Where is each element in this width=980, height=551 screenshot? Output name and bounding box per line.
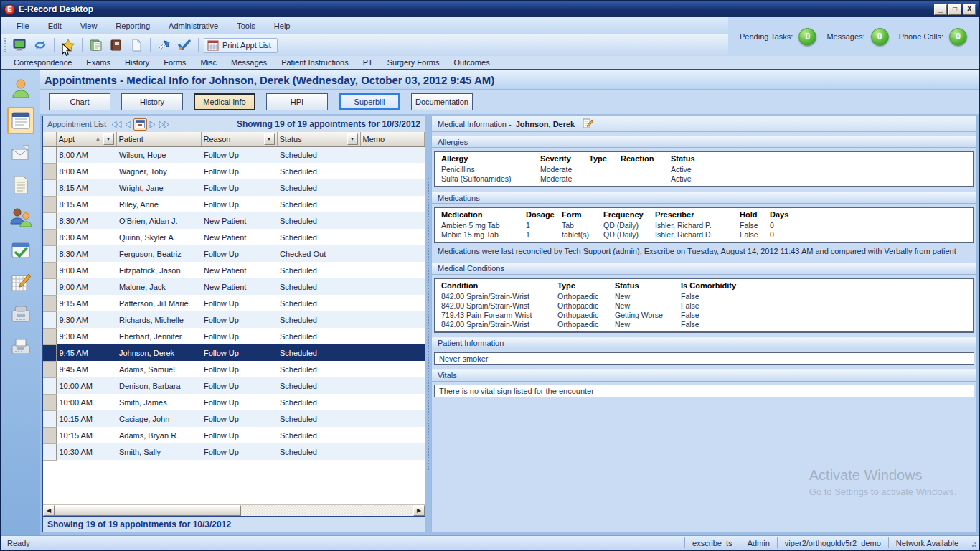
status-cell[interactable]: Scheduled <box>277 146 360 163</box>
module-tab[interactable]: Messages <box>225 57 273 68</box>
appt-time-cell[interactable]: 8:30 AM <box>56 245 116 262</box>
status-cell[interactable]: Scheduled <box>277 196 360 212</box>
menu-item[interactable]: Edit <box>40 19 70 32</box>
row-selector[interactable] <box>43 146 56 163</box>
condition-row[interactable]: 842.00 Sprain/Strain-WristOrthopaedicNew… <box>440 301 969 311</box>
condition-row[interactable]: 842.00 Sprain/Strain-WristOrthopaedicNew… <box>440 292 969 301</box>
appt-time-cell[interactable]: 9:00 AM <box>56 278 116 295</box>
patient-cell[interactable]: Riley, Anne <box>116 196 201 212</box>
row-selector[interactable] <box>43 196 56 212</box>
scroll-right-arrow[interactable]: ▶ <box>413 505 425 516</box>
reason-filter-dropdown[interactable]: ▼ <box>264 133 275 145</box>
memo-cell[interactable] <box>360 262 425 278</box>
memo-cell[interactable] <box>360 328 425 344</box>
reason-cell[interactable]: Follow Up <box>201 443 277 460</box>
status-filter-dropdown[interactable]: ▼ <box>347 133 358 145</box>
menu-item[interactable]: Administrative <box>161 19 226 32</box>
title-bar[interactable]: E E-Record Desktop _ □ X <box>1 1 979 17</box>
reason-cell[interactable]: Follow Up <box>201 344 277 361</box>
row-selector[interactable] <box>43 427 56 443</box>
reason-cell[interactable]: Follow Up <box>201 328 277 344</box>
status-cell[interactable]: Scheduled <box>277 229 360 245</box>
patient-cell[interactable]: Smith, Sally <box>116 443 201 460</box>
status-cell[interactable]: Scheduled <box>277 311 360 328</box>
appt-time-cell[interactable]: 9:45 AM <box>56 344 116 361</box>
menu-item[interactable]: Reporting <box>108 19 158 32</box>
reason-cell[interactable]: New Patient <box>201 229 277 245</box>
row-selector[interactable] <box>43 262 56 278</box>
memo-cell[interactable] <box>360 179 425 196</box>
column-header-reason[interactable]: Reason▼ <box>201 132 277 146</box>
appt-time-cell[interactable]: 8:30 AM <box>56 229 116 245</box>
appt-time-cell[interactable]: 9:30 AM <box>56 328 116 344</box>
nav-first-button[interactable] <box>110 118 122 131</box>
appointment-row[interactable]: 9:45 AM Adams, Samuel Follow Up Schedule… <box>43 361 425 377</box>
menu-item[interactable]: File <box>9 19 37 32</box>
patient-information-section-header[interactable]: Patient Information <box>432 337 976 349</box>
view-tab[interactable]: Medical Info <box>194 93 255 110</box>
row-selector[interactable] <box>43 328 56 344</box>
column-header-patient[interactable]: Patient <box>116 132 201 146</box>
status-cell[interactable]: Scheduled <box>277 361 360 377</box>
patient-cell[interactable]: Wagner, Toby <box>116 163 201 179</box>
medication-row[interactable]: Mobic 15 mg Tab1tablet(s)QD (Daily)Ishle… <box>440 230 969 240</box>
row-selector[interactable] <box>43 229 56 245</box>
condition-row[interactable]: 719.43 Pain-Forearm-WristOrthopaedicGett… <box>440 311 969 320</box>
reason-cell[interactable]: Follow Up <box>201 410 277 427</box>
copy-icon[interactable] <box>88 37 105 53</box>
scroll-thumb[interactable] <box>55 505 241 516</box>
edit-icon[interactable] <box>582 118 593 131</box>
reason-cell[interactable]: New Patient <box>201 278 277 295</box>
row-selector[interactable] <box>43 410 56 427</box>
appt-filter-dropdown[interactable]: ▼ <box>103 133 114 145</box>
status-cell[interactable]: Scheduled <box>277 394 360 410</box>
allergy-row[interactable]: Sulfa (Sulfonamides)ModerateActive <box>440 174 969 184</box>
nav-next-button[interactable] <box>149 118 156 131</box>
row-selector[interactable] <box>43 394 56 410</box>
reason-cell[interactable]: Follow Up <box>201 196 277 212</box>
memo-cell[interactable] <box>360 278 425 295</box>
appt-time-cell[interactable]: 8:15 AM <box>56 196 116 212</box>
patient-cell[interactable]: Ferguson, Beatriz <box>116 245 201 262</box>
address-book-icon[interactable] <box>108 37 125 53</box>
reason-cell[interactable]: Follow Up <box>201 163 277 179</box>
phone-icon[interactable] <box>7 301 34 328</box>
documents-icon[interactable] <box>7 171 34 199</box>
approve-icon[interactable] <box>176 37 193 53</box>
appointment-row[interactable]: 9:30 AM Eberhart, Jennifer Follow Up Sch… <box>43 328 425 344</box>
menu-item[interactable]: Help <box>266 19 298 32</box>
appt-time-cell[interactable]: 8:15 AM <box>56 179 116 196</box>
appt-time-cell[interactable]: 8:00 AM <box>56 163 116 179</box>
patient-cell[interactable]: Wilson, Hope <box>116 146 201 163</box>
appointment-row[interactable]: 8:00 AM Wilson, Hope Follow Up Scheduled <box>43 146 425 163</box>
memo-cell[interactable] <box>360 443 425 460</box>
counter-badge[interactable]: 0 <box>949 28 967 46</box>
patient-icon[interactable] <box>7 75 34 102</box>
view-tab[interactable]: HPI <box>266 93 328 110</box>
vitals-section-header[interactable]: Vitals <box>432 369 976 382</box>
reason-cell[interactable]: Follow Up <box>201 394 277 410</box>
appt-time-cell[interactable]: 9:30 AM <box>56 311 116 328</box>
view-tab[interactable]: Superbill <box>339 93 400 110</box>
close-button[interactable]: X <box>963 4 976 15</box>
medication-row[interactable]: Ambien 5 mg Tab1TabQD (Daily)Ishler, Ric… <box>440 221 969 230</box>
reason-cell[interactable]: Follow Up <box>201 295 277 311</box>
patients-icon[interactable] <box>7 204 34 231</box>
module-tab[interactable]: Forms <box>157 57 192 68</box>
medications-section-header[interactable]: Medications <box>432 192 976 204</box>
menu-item[interactable]: View <box>72 19 105 32</box>
tasks-icon[interactable] <box>7 236 34 263</box>
patient-cell[interactable]: Caciage, John <box>116 410 201 427</box>
allergies-section-header[interactable]: Allergies <box>432 136 976 148</box>
appointments-icon[interactable] <box>7 107 34 134</box>
patient-cell[interactable]: Patterson, Jill Marie <box>116 295 201 311</box>
memo-cell[interactable] <box>360 344 425 361</box>
patient-cell[interactable]: Richards, Michelle <box>116 311 201 328</box>
status-cell[interactable]: Scheduled <box>277 278 360 295</box>
module-tab[interactable]: Outcomes <box>448 57 496 68</box>
appt-time-cell[interactable]: 10:15 AM <box>56 427 116 443</box>
memo-cell[interactable] <box>360 163 425 179</box>
row-selector[interactable] <box>43 163 56 179</box>
horizontal-scrollbar[interactable]: ◀ ▶ <box>43 504 425 516</box>
reason-cell[interactable]: Follow Up <box>201 146 277 163</box>
